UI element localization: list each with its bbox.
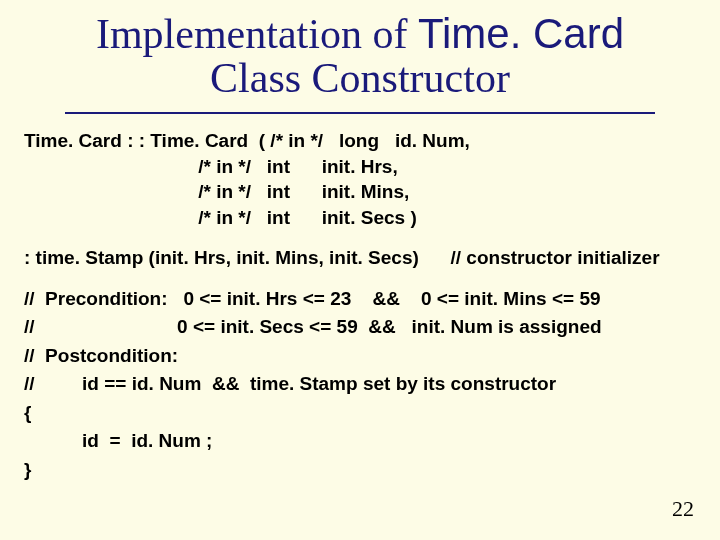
body-line-4: // id == id. Num && time. Stamp set by i…	[24, 373, 556, 394]
title-line-2: Class Constructor	[18, 56, 702, 100]
body-line-7: }	[24, 459, 31, 480]
body-line-3: // Postcondition:	[24, 345, 178, 366]
initializer-comment: // constructor initializer	[451, 247, 660, 268]
body-line-6: id = id. Num ;	[24, 430, 212, 451]
body-line-5: {	[24, 402, 31, 423]
title-line-1-accent: Time. Card	[418, 10, 624, 57]
sig-line-1: Time. Card : : Time. Card ( /* in */ lon…	[24, 130, 470, 151]
constructor-body: // Precondition: 0 <= init. Hrs <= 23 &&…	[24, 285, 702, 485]
title-line-1: Implementation of Time. Card	[18, 12, 702, 56]
sig-line-4: /* in */ int init. Secs )	[24, 207, 417, 228]
page-number: 22	[672, 496, 694, 522]
title-underline	[65, 112, 655, 114]
initializer-text: : time. Stamp (init. Hrs, init. Mins, in…	[24, 247, 419, 268]
constructor-signature: Time. Card : : Time. Card ( /* in */ lon…	[24, 128, 702, 231]
sig-line-3: /* in */ int init. Mins,	[24, 181, 409, 202]
sig-line-2: /* in */ int init. Hrs,	[24, 156, 398, 177]
slide: Implementation of Time. Card Class Const…	[0, 0, 720, 540]
slide-title: Implementation of Time. Card Class Const…	[18, 12, 702, 100]
body-line-1: // Precondition: 0 <= init. Hrs <= 23 &&…	[24, 288, 601, 309]
body-line-2: // 0 <= init. Secs <= 59 && init. Num is…	[24, 316, 602, 337]
title-line-1-prefix: Implementation of	[96, 11, 418, 57]
initializer-line: : time. Stamp (init. Hrs, init. Mins, in…	[24, 247, 702, 269]
